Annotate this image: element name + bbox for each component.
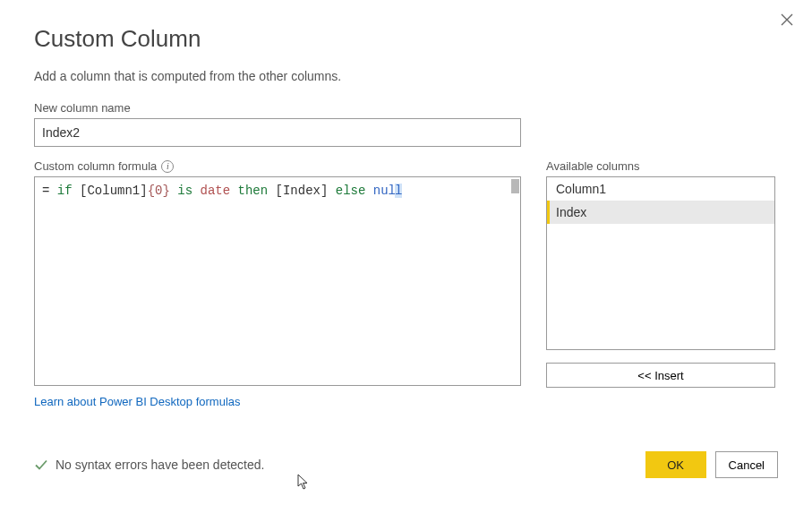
scrollbar-thumb[interactable]: [511, 179, 519, 193]
token-null: null: [373, 184, 403, 198]
formula-prefix: =: [42, 184, 57, 198]
available-column-item[interactable]: Column1: [547, 177, 774, 201]
insert-button[interactable]: << Insert: [546, 363, 775, 388]
close-icon[interactable]: [778, 11, 796, 29]
formula-editor[interactable]: = if [Column1]{0} is date then [Index] e…: [34, 176, 521, 386]
learn-formulas-link[interactable]: Learn about Power BI Desktop formulas: [34, 395, 241, 408]
token-index: [Index]: [276, 184, 329, 198]
available-columns-list[interactable]: Column1 Index: [546, 176, 775, 350]
token-else: else: [336, 184, 366, 198]
token-date: date: [201, 184, 231, 198]
syntax-status: No syntax errors have been detected.: [34, 458, 264, 472]
cancel-button[interactable]: Cancel: [715, 451, 778, 478]
checkmark-icon: [34, 458, 48, 472]
token-is: is: [177, 184, 192, 198]
status-text: No syntax errors have been detected.: [56, 458, 264, 472]
new-column-name-label: New column name: [34, 101, 778, 115]
formula-label: Custom column formula i: [34, 159, 521, 173]
custom-column-dialog: Custom Column Add a column that is compu…: [0, 0, 812, 505]
token-if: if: [57, 184, 73, 198]
dialog-subtitle: Add a column that is computed from the o…: [34, 69, 778, 83]
available-column-item[interactable]: Index: [547, 201, 774, 224]
info-icon[interactable]: i: [161, 160, 174, 173]
token-item0: {0}: [148, 184, 170, 198]
token-then: then: [238, 184, 269, 198]
dialog-title: Custom Column: [34, 25, 778, 53]
token-column1: [Column1]: [80, 184, 148, 198]
formula-label-text: Custom column formula: [34, 159, 157, 173]
dialog-footer: No syntax errors have been detected. OK …: [34, 451, 778, 478]
mouse-cursor-icon: [297, 474, 310, 492]
available-columns-label: Available columns: [546, 159, 775, 173]
new-column-name-input[interactable]: [34, 118, 521, 147]
ok-button[interactable]: OK: [645, 451, 706, 478]
